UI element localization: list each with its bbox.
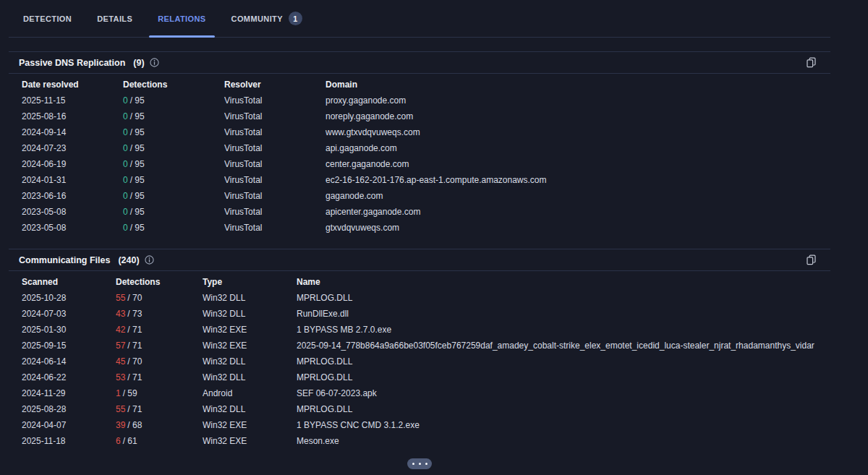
file-type-cell: Win32 DLL xyxy=(203,290,297,306)
domain-link[interactable]: noreply.gaganode.com xyxy=(326,108,830,124)
passive-dns-table: Date resolved Detections Resolver Domain… xyxy=(9,74,830,236)
file-type-cell: Android xyxy=(203,385,297,401)
scanned-date-cell: 2024-07-03 xyxy=(22,306,116,322)
detections-total: / 95 xyxy=(130,95,145,106)
ellipsis-dots-icon xyxy=(412,463,414,465)
detections-total: / 61 xyxy=(123,436,137,446)
resolver-cell: VirusTotal xyxy=(224,108,326,124)
file-name-link[interactable]: MPRLOG.DLL xyxy=(297,369,830,385)
file-name-link[interactable]: 1 BYPASS MB 2.7.0.exe xyxy=(297,322,830,338)
detections-total: / 95 xyxy=(130,159,145,169)
detections-cell: 39/ 68 xyxy=(116,417,203,433)
load-more-button[interactable] xyxy=(407,458,432,469)
table-row: 2023-05-08 0/ 95 VirusTotal apicenter.ga… xyxy=(22,204,830,220)
detections-total: / 70 xyxy=(127,356,142,367)
file-name-link[interactable]: RunDllExe.dll xyxy=(297,306,830,322)
table-row: 2025-11-15 0/ 95 VirusTotal proxy.gagano… xyxy=(22,93,830,108)
copy-icon[interactable] xyxy=(807,254,816,265)
date-resolved-cell: 2025-11-15 xyxy=(22,93,123,108)
info-circle-icon[interactable] xyxy=(145,255,154,265)
scanned-date-cell: 2025-08-28 xyxy=(22,401,116,417)
passive-dns-header: Passive DNS Replication (9) xyxy=(9,51,830,74)
domain-link[interactable]: api.gaganode.com xyxy=(326,140,830,156)
detections-count: 45 xyxy=(116,356,125,367)
tab-relations[interactable]: RELATIONS xyxy=(149,0,214,37)
domain-link[interactable]: proxy.gaganode.com xyxy=(326,93,830,108)
detections-cell: 55/ 70 xyxy=(116,290,203,306)
tab-community[interactable]: COMMUNITY 1 xyxy=(223,0,311,37)
scanned-date-cell: 2024-11-29 xyxy=(22,385,116,401)
domain-link[interactable]: gtxvdqvuweqs.com xyxy=(326,220,830,236)
detections-total: / 95 xyxy=(130,111,145,121)
domain-link[interactable]: center.gaganode.com xyxy=(326,156,830,172)
file-type-cell: Win32 EXE xyxy=(203,322,297,338)
detections-total: / 95 xyxy=(130,207,145,217)
detections-count: 0 xyxy=(123,111,128,121)
detections-total: / 95 xyxy=(130,191,145,201)
file-name-link[interactable]: Meson.exe xyxy=(297,433,830,449)
tab-detection[interactable]: DETECTION xyxy=(14,0,80,37)
file-name-link[interactable]: MPRLOG.DLL xyxy=(297,354,830,369)
detections-cell: 57/ 71 xyxy=(116,338,203,354)
domain-link[interactable]: ec2-16-162-201-176.ap-east-1.compute.ama… xyxy=(326,172,830,188)
domain-link[interactable]: gaganode.com xyxy=(326,188,830,204)
file-name-link[interactable]: SEF 06-07-2023.apk xyxy=(297,385,830,401)
resolver-cell: VirusTotal xyxy=(224,204,326,220)
domain-link[interactable]: apicenter.gaganode.com xyxy=(326,204,830,220)
detections-total: / 95 xyxy=(130,127,145,137)
detections-cell: 53/ 71 xyxy=(116,369,203,385)
info-circle-icon[interactable] xyxy=(150,58,159,67)
detections-cell: 42/ 71 xyxy=(116,322,203,338)
file-name-link[interactable]: MPRLOG.DLL xyxy=(297,290,830,306)
tab-label: COMMUNITY xyxy=(231,14,283,23)
file-type-cell: Win32 EXE xyxy=(203,433,297,449)
detections-total: / 95 xyxy=(130,175,145,185)
tab-label: DETECTION xyxy=(23,14,72,23)
col-type: Type xyxy=(203,271,297,290)
passive-dns-section: Passive DNS Replication (9) xyxy=(9,51,830,236)
date-resolved-cell: 2024-09-14 xyxy=(22,124,123,140)
file-name-link[interactable]: 2025-09-14_778b864a9a66be03f05fceb767259… xyxy=(297,338,830,354)
file-type-cell: Win32 EXE xyxy=(203,338,297,354)
table-header-row: Date resolved Detections Resolver Domain xyxy=(22,74,830,93)
detections-total: / 95 xyxy=(130,143,145,153)
table-row: 2023-06-16 0/ 95 VirusTotal gaganode.com xyxy=(22,188,830,204)
tab-label: DETAILS xyxy=(97,14,132,23)
table-row: 2023-05-08 0/ 95 VirusTotal gtxvdqvuweqs… xyxy=(22,220,830,236)
file-name-link[interactable]: MPRLOG.DLL xyxy=(297,401,830,417)
domain-link[interactable]: www.gtxvdqvuweqs.com xyxy=(326,124,830,140)
detections-cell: 0/ 95 xyxy=(123,156,224,172)
table-row: 2024-11-29 1/ 59 Android SEF 06-07-2023.… xyxy=(22,385,830,401)
resolver-cell: VirusTotal xyxy=(224,156,326,172)
table-row: 2025-08-16 0/ 95 VirusTotal noreply.gaga… xyxy=(22,108,830,124)
detections-total: / 70 xyxy=(127,293,142,303)
detections-total: / 71 xyxy=(127,372,142,382)
communicating-files-rows: 2025-10-28 55/ 70 Win32 DLL MPRLOG.DLL 2… xyxy=(22,290,830,449)
col-name: Name xyxy=(297,271,830,290)
detections-count: 0 xyxy=(123,191,128,201)
detections-total: / 95 xyxy=(130,223,145,233)
copy-icon[interactable] xyxy=(807,57,816,68)
file-type-cell: Win32 DLL xyxy=(203,354,297,369)
detections-count: 0 xyxy=(123,207,128,217)
scanned-date-cell: 2025-01-30 xyxy=(22,322,116,338)
file-type-cell: Win32 DLL xyxy=(203,306,297,322)
detections-cell: 55/ 71 xyxy=(116,401,203,417)
table-row: 2024-04-07 39/ 68 Win32 EXE 1 BYPASS CNC… xyxy=(22,417,830,433)
date-resolved-cell: 2024-01-31 xyxy=(22,172,123,188)
table-row: 2024-06-14 45/ 70 Win32 DLL MPRLOG.DLL xyxy=(22,354,830,369)
file-name-link[interactable]: 1 BYPASS CNC CMD 3.1.2.exe xyxy=(297,417,830,433)
tab-details[interactable]: DETAILS xyxy=(88,0,141,37)
detections-count: 55 xyxy=(116,404,125,414)
detections-cell: 0/ 95 xyxy=(123,188,224,204)
resolver-cell: VirusTotal xyxy=(224,188,326,204)
communicating-files-header: Communicating Files (240) xyxy=(9,249,830,271)
file-type-cell: Win32 EXE xyxy=(203,417,297,433)
detections-count: 0 xyxy=(123,223,128,233)
scanned-date-cell: 2024-06-22 xyxy=(22,369,116,385)
date-resolved-cell: 2023-05-08 xyxy=(22,204,123,220)
col-resolver: Resolver xyxy=(224,74,326,93)
file-type-cell: Win32 DLL xyxy=(203,401,297,417)
detections-cell: 0/ 95 xyxy=(123,204,224,220)
detections-count: 6 xyxy=(116,436,121,446)
